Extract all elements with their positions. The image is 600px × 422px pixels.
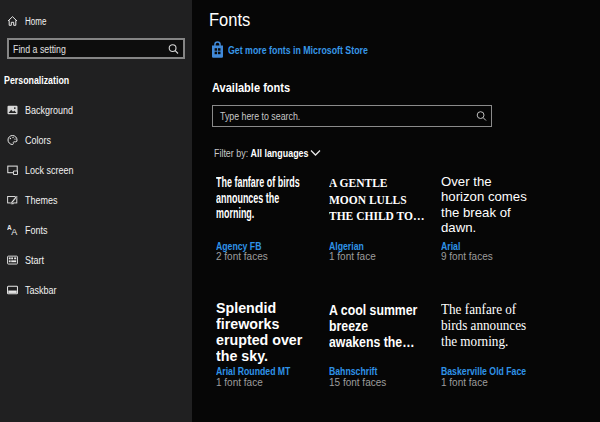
svg-text:A: A <box>11 227 17 236</box>
